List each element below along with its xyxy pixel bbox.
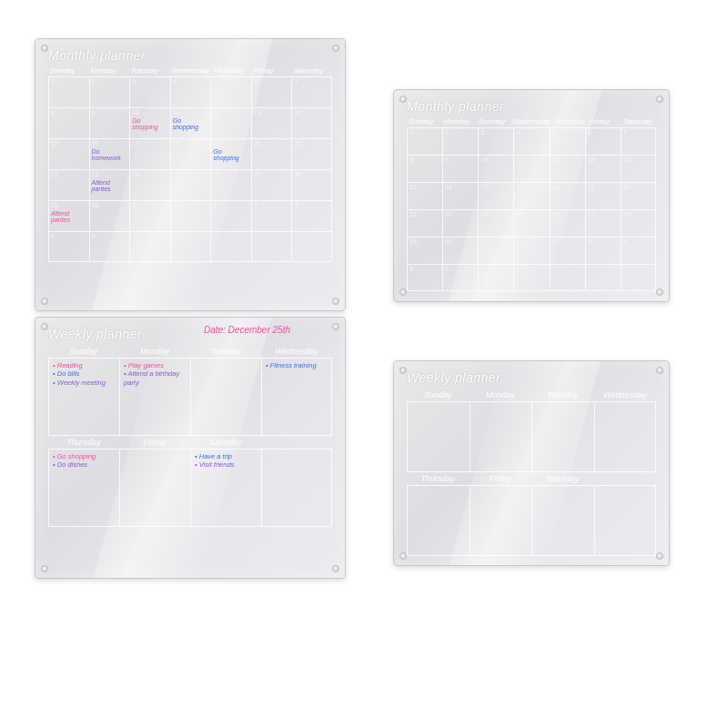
- date-number: 18: [173, 140, 180, 147]
- mount-hole-icon: [656, 552, 663, 560]
- weekly-cell: Have a tripVisit friends: [190, 449, 261, 527]
- day-heading: Wednesday: [169, 66, 211, 76]
- day-heading: Wednesday: [594, 389, 657, 401]
- date-number: 22: [51, 171, 58, 177]
- month-cell: 31: [478, 237, 513, 264]
- day-heading: Wednesday: [261, 345, 332, 358]
- month-cell: 6: [89, 231, 130, 262]
- date-number: 19: [213, 140, 220, 147]
- calendar-entry: Do homework: [92, 148, 128, 162]
- weekly-cell: [594, 485, 657, 556]
- month-cell: 12: [210, 107, 251, 138]
- month-cell: 23Attend parties: [89, 169, 130, 200]
- date-number: 5: [552, 129, 556, 136]
- date-number: 1: [51, 78, 55, 85]
- month-cell: 23: [442, 209, 478, 237]
- day-heading: Sunday: [407, 117, 441, 127]
- month-cell: 14: [621, 155, 656, 182]
- date-number: 3: [254, 202, 258, 208]
- day-heading: Tuesday: [190, 345, 261, 358]
- weekly-cell: [470, 401, 532, 472]
- day-heading: Thursday: [552, 117, 587, 127]
- calendar-entry: Attend parties: [92, 179, 128, 193]
- day-heading: Thursday: [407, 472, 470, 485]
- month-cell: 1: [48, 76, 89, 107]
- month-cell: 1: [513, 237, 549, 264]
- date-number: 2: [213, 202, 217, 208]
- weekly-cell: [119, 449, 190, 527]
- month-cell: 6: [251, 76, 292, 107]
- weekly-cell: [594, 401, 657, 472]
- date-number: 30: [445, 238, 452, 245]
- day-heading: Monday: [441, 117, 476, 127]
- day-heading: Tuesday: [476, 117, 511, 127]
- date-number: 15: [51, 140, 58, 147]
- month-cell: 22: [48, 169, 89, 200]
- mount-hole-icon: [399, 288, 407, 296]
- month-cell: 12: [550, 155, 585, 182]
- date-number: 7: [623, 129, 627, 136]
- mount-hole-icon: [399, 552, 407, 560]
- date-number: 21: [294, 140, 301, 147]
- date-number: 2: [92, 78, 96, 85]
- monthly-planner-board-right: Monthly planner Sunday Monday Tuesday We…: [393, 89, 670, 302]
- day-heading: Saturday: [190, 436, 261, 449]
- date-number: 25: [173, 171, 180, 177]
- month-cell: [585, 264, 621, 291]
- date-number: 14: [294, 109, 301, 116]
- calendar-entry: Go shopping: [173, 117, 209, 131]
- month-cell: 5: [407, 264, 442, 291]
- monthly-grid: 12345678910Go shopping11Go shopping12131…: [48, 76, 332, 262]
- month-cell: [621, 264, 656, 291]
- date-number: 19: [552, 184, 560, 190]
- date-number: 6: [445, 266, 449, 272]
- calendar-entry: Attend parties: [51, 210, 87, 224]
- day-heading: Wednesday: [511, 117, 552, 127]
- month-cell: 28: [291, 169, 332, 200]
- date-number: 1: [516, 238, 520, 245]
- date-number: 6: [588, 129, 592, 136]
- date-number: 24: [132, 171, 139, 177]
- weekly-planner-board-right: Weekly planner Sunday Monday Tuesday Wed…: [393, 360, 670, 566]
- month-cell: 30: [442, 237, 478, 264]
- date-number: 22: [410, 211, 417, 217]
- date-number: 13: [588, 157, 595, 163]
- weekly-entry: Fitness training: [266, 361, 328, 369]
- weekly-cell: [407, 485, 470, 556]
- month-cell: 9: [89, 107, 130, 138]
- month-cell: 24: [478, 209, 513, 237]
- date-number: 26: [213, 171, 220, 177]
- month-cell: 2: [442, 127, 478, 155]
- date-number: 11: [516, 157, 523, 163]
- weekly-day-header: Sunday Monday Tuesday Wednesday: [48, 345, 332, 358]
- date-number: 16: [445, 184, 452, 190]
- month-cell: 8: [48, 107, 89, 138]
- month-cell: 27: [251, 169, 292, 200]
- day-heading: Thursday: [211, 66, 251, 76]
- date-number: 4: [516, 129, 520, 136]
- date-number: 8: [51, 109, 55, 116]
- month-cell: 29Attend parties: [48, 200, 89, 231]
- monthly-planner-board-left: Monthly planner Sunday Monday Tuesday We…: [35, 38, 346, 311]
- mount-hole-icon: [41, 565, 48, 572]
- month-cell: 9: [442, 155, 478, 182]
- month-cell: 31: [129, 200, 170, 231]
- calendar-entry: Go shopping: [132, 117, 168, 131]
- day-heading: Sunday: [407, 389, 470, 401]
- weekly-entry: Visit friends: [195, 460, 258, 469]
- date-number: 17: [132, 140, 139, 147]
- weekly-cell: [470, 485, 532, 556]
- month-cell: 16: [442, 182, 478, 209]
- day-heading: [261, 436, 332, 449]
- month-cell: 5: [48, 231, 89, 262]
- month-cell: 4: [621, 237, 656, 264]
- weekly-entry: Go shopping: [53, 452, 116, 460]
- month-cell: 4: [170, 76, 211, 107]
- date-number: 20: [588, 184, 595, 190]
- date-number: 18: [516, 184, 523, 190]
- date-number: 20: [254, 140, 261, 147]
- month-cell: 10Go shopping: [129, 107, 170, 138]
- mount-hole-icon: [332, 323, 339, 330]
- weekly-row: ReadingDo billsWeekly meetingPlay gamesA…: [48, 358, 332, 436]
- date-number: 23: [92, 171, 99, 177]
